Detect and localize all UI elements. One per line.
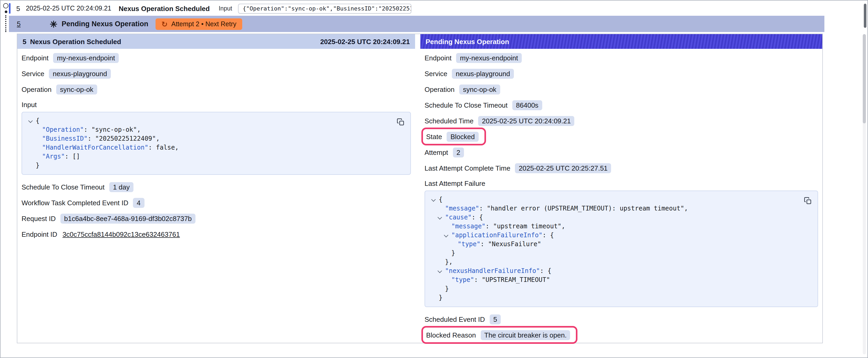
json-token: }, <box>445 258 453 267</box>
field-label-service: Service <box>425 70 447 77</box>
json-token: : <box>88 134 95 143</box>
field-row-workflow-task-completed-event-id: Workflow Task Completed Event ID 4 <box>22 195 411 210</box>
input-label: Input <box>17 98 415 111</box>
code-line: "nexusHandlerFailureInfo": { <box>430 267 812 275</box>
copy-button[interactable] <box>395 117 406 127</box>
pending-panel-header: Pending Nexus Operation <box>420 34 822 49</box>
attempt-retry-badge: ↻ Attempt 2 • Next Retry <box>156 18 242 30</box>
field-row-state: State Blocked <box>422 128 486 145</box>
code-line: "applicationFailureInfo": { <box>430 231 812 240</box>
code-line: } <box>430 293 812 302</box>
field-label-service: Service <box>22 70 44 77</box>
field-row-service: Service nexus-playground <box>425 66 818 82</box>
json-token: } <box>36 161 39 170</box>
code-indent <box>34 134 42 143</box>
json-token: : <box>149 143 156 152</box>
field-row-scheduled-event-id: Scheduled Event ID 5 <box>425 311 818 327</box>
field-label-schedule-to-close-timeout: Schedule To Close Timeout <box>425 101 507 109</box>
collapse-chevron-icon[interactable] <box>27 117 36 126</box>
json-token: : <box>542 231 550 240</box>
code-indent <box>34 126 42 134</box>
event-id[interactable]: 5 <box>16 4 20 12</box>
collapse-chevron-icon[interactable] <box>430 195 439 204</box>
field-value-service: nexus-playground <box>49 68 111 78</box>
code-line: "type": "NexusFailure" <box>430 240 812 249</box>
json-key: "Args" <box>42 152 65 161</box>
pending-event-id-link[interactable]: 5 <box>17 20 21 28</box>
field-value-schedule-to-close-timeout: 1 day <box>109 182 133 192</box>
event-title: Nexus Operation Scheduled <box>119 4 210 12</box>
collapse-chevron-icon[interactable] <box>437 267 445 275</box>
field-row-scheduled-time: Scheduled Time 2025-02-25 UTC 20:24:09.2… <box>425 113 818 129</box>
pending-nexus-operation-row[interactable]: 5 Pending Nexus Operation ↻ Attempt 2 • … <box>9 16 825 32</box>
rows-scrollbar-thumb[interactable] <box>864 4 866 28</box>
vertical-scrollbar[interactable] <box>863 34 866 354</box>
field-row-request-id: Request ID b1c6a4bc-8ee7-468a-9169-df3b0… <box>22 210 411 226</box>
retry-icon: ↻ <box>161 20 167 28</box>
json-token: : <box>480 240 488 249</box>
field-label-endpoint-id: Endpoint ID <box>22 230 57 238</box>
field-row-schedule-to-close-timeout: Schedule To Close Timeout 86400s <box>425 97 818 113</box>
json-token: : <box>65 152 72 161</box>
timeline-dot-icon <box>5 10 7 13</box>
field-label-operation: Operation <box>425 85 455 93</box>
code-line: "type": "UPSTREAM_TIMEOUT" <box>430 275 812 285</box>
field-value-workflow-task-completed-event-id: 4 <box>133 198 144 207</box>
code-indent <box>449 240 458 249</box>
field-value-attempt: 2 <box>453 147 464 157</box>
field-value-last-attempt-complete-time: 2025-02-25 UTC 20:25:27.51 <box>515 163 611 173</box>
json-token: : <box>479 204 487 213</box>
json-token: } <box>445 285 449 293</box>
field-value-service: nexus-playground <box>452 68 514 78</box>
timeline-rail <box>2 2 9 65</box>
field-label-scheduled-time: Scheduled Time <box>425 117 473 125</box>
event-detail-fields-top: Endpoint my-nexus-endpoint Service nexus… <box>17 50 415 97</box>
json-key: "type" <box>451 275 474 285</box>
event-detail-header: 5 Nexus Operation Scheduled 2025-02-25 U… <box>17 34 415 49</box>
field-value-request-id: b1c6a4bc-8ee7-468a-9169-df3b02c8737b <box>60 214 195 223</box>
json-key: "nexusHandlerFailureInfo" <box>445 267 540 275</box>
scrollbar-thumb[interactable] <box>863 34 866 123</box>
event-detail-fields-bottom: Schedule To Close Timeout 1 day Workflow… <box>17 179 415 242</box>
field-row-operation: Operation sync-op-ok <box>22 82 411 97</box>
field-value-endpoint-id[interactable]: 3c0c75ccfa8144b092c13ce632463761 <box>62 230 181 238</box>
code-line: { <box>27 117 405 126</box>
event-row-nexus-operation-scheduled[interactable]: 5 2025-02-25 UTC 20:24:09.21 Nexus Opera… <box>9 1 857 16</box>
code-line: "BusinessID": "20250225122409", <box>27 134 405 143</box>
copy-button[interactable] <box>802 195 813 206</box>
field-label-request-id: Request ID <box>22 215 56 222</box>
json-token: : <box>540 267 548 275</box>
collapse-chevron-icon[interactable] <box>437 213 445 222</box>
code-indent <box>27 161 36 170</box>
field-row-blocked-reason: Blocked Reason The circuit breaker is op… <box>422 326 578 344</box>
code-line: "message": "handler error (UPSTREAM_TIME… <box>430 204 812 213</box>
code-indent <box>34 152 42 161</box>
collapse-chevron-icon[interactable] <box>443 231 451 240</box>
app-viewport: 5 2025-02-25 UTC 20:24:09.21 Nexus Opera… <box>0 0 868 358</box>
input-code-block: {"Operation": "sync-op-ok","BusinessID":… <box>22 112 411 175</box>
field-label-schedule-to-close-timeout: Schedule To Close Timeout <box>22 183 104 191</box>
code-indent <box>437 204 445 213</box>
field-row-endpoint: Endpoint my-nexus-endpoint <box>22 50 411 66</box>
json-token: "sync-op-ok" <box>91 126 137 134</box>
json-key: "HandlerWaitForCancellation" <box>42 143 149 152</box>
field-value-endpoint: my-nexus-endpoint <box>53 53 119 63</box>
field-label-scheduled-event-id: Scheduled Event ID <box>425 315 485 323</box>
event-detail-header-name: Nexus Operation Scheduled <box>30 37 121 45</box>
event-timestamp: 2025-02-25 UTC 20:24:09.21 <box>26 5 111 12</box>
failure-code-lines: {"message": "handler error (UPSTREAM_TIM… <box>430 195 812 302</box>
field-value-endpoint: my-nexus-endpoint <box>456 53 522 63</box>
field-value-operation: sync-op-ok <box>56 84 97 94</box>
json-token: : <box>474 275 482 285</box>
event-input-preview-chip[interactable]: {"Operation":"sync-op-ok","BusinessID":"… <box>238 3 411 13</box>
field-row-attempt: Attempt 2 <box>425 144 818 160</box>
pending-panel-title: Pending Nexus Operation <box>426 37 509 45</box>
json-token: : <box>486 222 493 231</box>
code-line: "cause": { <box>430 213 812 222</box>
field-value-operation: sync-op-ok <box>459 84 500 94</box>
timeline-node-icon <box>3 3 8 8</box>
json-token: , <box>175 143 179 152</box>
field-value-state: Blocked <box>447 131 479 141</box>
code-line: "HandlerWaitForCancellation": false, <box>27 143 405 152</box>
event-detail-header-title: 5 Nexus Operation Scheduled <box>23 37 121 45</box>
